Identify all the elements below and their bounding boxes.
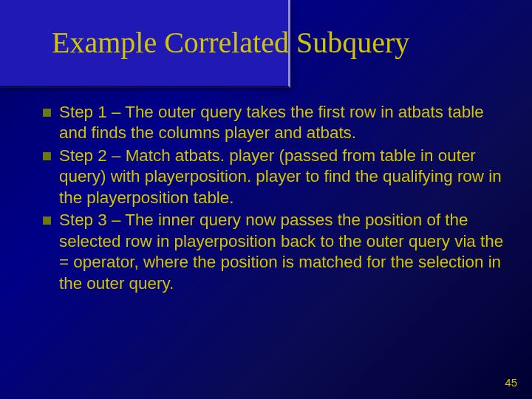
bullet-icon	[43, 152, 51, 160]
bullet-icon	[43, 109, 51, 117]
bullet-icon	[43, 216, 51, 225]
list-item: Step 1 – The outer query takes the first…	[43, 102, 504, 144]
list-item: Step 3 – The inner query now passes the …	[43, 210, 504, 294]
bullet-text: Step 2 – Match atbats. player (passed fr…	[59, 146, 504, 208]
slide-title: Example Correlated Subquery	[52, 25, 510, 60]
list-item: Step 2 – Match atbats. player (passed fr…	[43, 146, 504, 208]
page-number: 45	[505, 376, 517, 389]
slide-body: Step 1 – The outer query takes the first…	[43, 102, 504, 296]
bullet-text: Step 3 – The inner query now passes the …	[59, 210, 504, 294]
bullet-text: Step 1 – The outer query takes the first…	[59, 102, 504, 144]
slide: Example Correlated Subquery Step 1 – The…	[0, 0, 532, 399]
